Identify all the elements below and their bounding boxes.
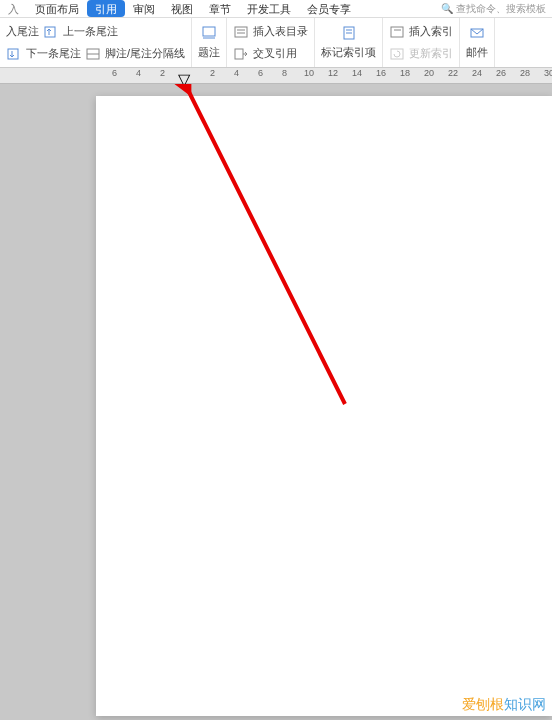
update-index-icon xyxy=(389,46,405,62)
row-endnote-top: 入尾注 上一条尾注 xyxy=(6,21,185,43)
tab-page-layout[interactable]: 页面布局 xyxy=(27,0,87,17)
prev-endnote-button[interactable]: 上一条尾注 xyxy=(63,24,118,39)
ribbon-group-crossref: 插入表目录 交叉引用 xyxy=(227,18,315,67)
ruler-tick: 24 xyxy=(472,68,482,78)
insert-index-icon xyxy=(389,24,405,40)
tab-chapters[interactable]: 章节 xyxy=(201,0,239,17)
ruler-tick: 22 xyxy=(448,68,458,78)
search-icon: 🔍 xyxy=(441,3,453,14)
menu-tabs-bar: 入 页面布局 引用 审阅 视图 章节 开发工具 会员专享 🔍 查找命令、搜索模板 xyxy=(0,0,552,18)
caption-icon xyxy=(201,25,217,41)
svg-rect-4 xyxy=(203,27,215,36)
mail-label: 邮件 xyxy=(466,45,488,60)
update-index-label: 更新索引 xyxy=(409,46,453,61)
ribbon-toolbar: 入尾注 上一条尾注 下一条尾注 脚注/尾注分隔线 题注 插入表目录 交叉引用 xyxy=(0,18,552,68)
ruler-tick: 10 xyxy=(304,68,314,78)
tab-references[interactable]: 引用 xyxy=(87,0,125,17)
insert-table-contents-label: 插入表目录 xyxy=(253,24,308,39)
mark-index-icon xyxy=(341,25,357,41)
ruler-tick: 6 xyxy=(112,68,117,78)
insert-endnote-partial[interactable]: 入尾注 xyxy=(6,24,39,39)
ruler-tick: 2 xyxy=(210,68,215,78)
svg-rect-6 xyxy=(235,27,247,37)
tab-partial-insert[interactable]: 入 xyxy=(0,0,27,17)
next-endnote-button[interactable]: 下一条尾注 xyxy=(26,46,81,61)
document-workspace: 爱刨根知识网 xyxy=(0,84,552,720)
separator-icon xyxy=(85,46,101,62)
ruler-tick: 6 xyxy=(258,68,263,78)
ruler-tick: 14 xyxy=(352,68,362,78)
ribbon-group-index: 插入索引 更新索引 xyxy=(383,18,460,67)
ruler-tick: 12 xyxy=(328,68,338,78)
cross-reference-icon xyxy=(233,46,249,62)
ribbon-group-mail: 邮件 xyxy=(460,18,495,67)
ruler-tick: 4 xyxy=(234,68,239,78)
ruler-tick: 4 xyxy=(136,68,141,78)
mark-index-label: 标记索引项 xyxy=(321,45,376,60)
insert-index-label: 插入索引 xyxy=(409,24,453,39)
ruler-tick: 26 xyxy=(496,68,506,78)
ribbon-group-endnotes: 入尾注 上一条尾注 下一条尾注 脚注/尾注分隔线 xyxy=(0,18,192,67)
tab-view[interactable]: 视图 xyxy=(163,0,201,17)
ribbon-group-caption: 题注 xyxy=(192,18,227,67)
ruler-tick: 2 xyxy=(160,68,165,78)
update-index-button[interactable]: 更新索引 xyxy=(389,43,453,65)
horizontal-ruler[interactable]: 6 4 2 ▽ 2 4 6 8 10 12 14 16 18 20 22 24 … xyxy=(0,68,552,84)
caption-button[interactable]: 题注 xyxy=(198,21,220,65)
ribbon-group-index-mark: 标记索引项 xyxy=(315,18,383,67)
ruler-tick: 28 xyxy=(520,68,530,78)
insert-index-button[interactable]: 插入索引 xyxy=(389,21,453,43)
row-endnote-bottom: 下一条尾注 脚注/尾注分隔线 xyxy=(6,43,185,65)
document-page[interactable] xyxy=(96,96,552,716)
svg-rect-13 xyxy=(391,27,403,37)
footnote-separator-button[interactable]: 脚注/尾注分隔线 xyxy=(105,46,185,61)
svg-rect-9 xyxy=(235,49,243,59)
ruler-tick: 8 xyxy=(282,68,287,78)
watermark-main: 爱刨根 xyxy=(462,696,504,712)
watermark: 爱刨根知识网 xyxy=(462,696,546,714)
svg-rect-0 xyxy=(45,27,55,37)
search-hint-text: 查找命令、搜索模板 xyxy=(456,3,546,14)
ruler-tick: 30 xyxy=(544,68,552,78)
cross-reference-label: 交叉引用 xyxy=(253,46,297,61)
insert-table-contents-button[interactable]: 插入表目录 xyxy=(233,21,308,43)
ruler-tick: 20 xyxy=(424,68,434,78)
ruler-tick: 18 xyxy=(400,68,410,78)
next-endnote-icon xyxy=(6,46,22,62)
tab-developer[interactable]: 开发工具 xyxy=(239,0,299,17)
svg-rect-1 xyxy=(8,49,18,59)
mail-button[interactable]: 邮件 xyxy=(466,21,488,65)
indent-marker[interactable]: ▽ xyxy=(178,70,188,80)
mark-index-button[interactable]: 标记索引项 xyxy=(321,21,376,65)
search-hint[interactable]: 🔍 查找命令、搜索模板 xyxy=(435,0,552,17)
ruler-tick: 16 xyxy=(376,68,386,78)
cross-reference-button[interactable]: 交叉引用 xyxy=(233,43,308,65)
tab-review[interactable]: 审阅 xyxy=(125,0,163,17)
watermark-blue: 知识网 xyxy=(504,696,546,712)
caption-label: 题注 xyxy=(198,45,220,60)
tab-member[interactable]: 会员专享 xyxy=(299,0,359,17)
table-contents-icon xyxy=(233,24,249,40)
prev-endnote-icon xyxy=(43,24,59,40)
mail-icon xyxy=(469,25,485,41)
